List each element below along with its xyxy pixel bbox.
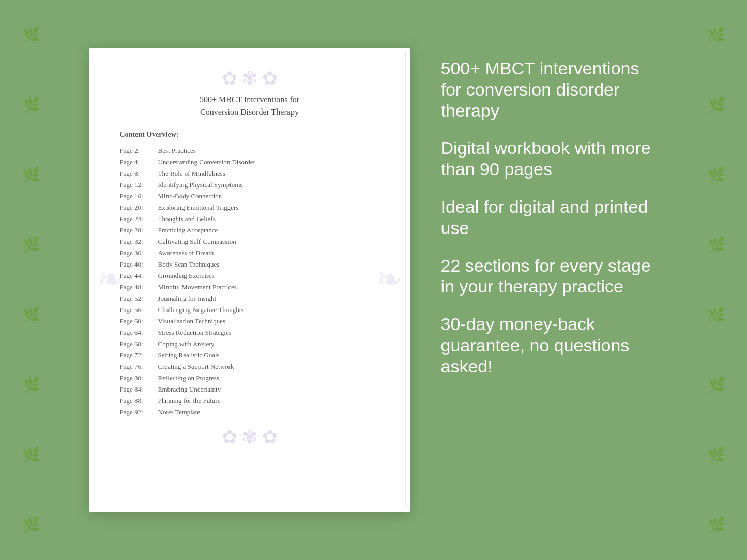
leaf-decoration: 🌿 bbox=[707, 166, 725, 184]
toc-page-number: Page 8: bbox=[120, 169, 156, 178]
toc-page-title: Practicing Acceptance bbox=[158, 226, 218, 235]
toc-item: Page 8:The Role of Mindfulness bbox=[120, 168, 379, 179]
toc-item: Page 2:Best Practices bbox=[120, 145, 379, 157]
toc-item: Page 84:Embracing Uncertainty bbox=[120, 384, 379, 395]
leaf-decoration: 🌿 bbox=[707, 96, 725, 114]
toc-item: Page 52:Journaling for Insight bbox=[120, 293, 379, 304]
leaf-decoration: 🌿 bbox=[707, 236, 725, 254]
leaf-decoration: 🌿 bbox=[707, 376, 725, 394]
info-panel: 500+ MBCT interventions for conversion d… bbox=[441, 48, 658, 377]
document-title: 500+ MBCT Interventions for Conversion D… bbox=[120, 94, 379, 118]
toc-page-number: Page 48: bbox=[120, 283, 156, 291]
toc-item: Page 44:Grounding Exercises bbox=[120, 270, 379, 282]
toc-page-title: Mind-Body Connection bbox=[158, 192, 222, 200]
toc-page-title: Journaling for Insight bbox=[158, 294, 217, 303]
toc-page-title: Notes Template bbox=[158, 408, 201, 416]
document-wrapper: ❧ ❧ ✿ ✾ ✿ 500+ MBCT Interventions for Co… bbox=[89, 48, 410, 512]
info-item: Digital workbook with more than 90 pages bbox=[441, 137, 658, 180]
toc-page-title: Best Practices bbox=[158, 147, 196, 155]
toc-item: Page 36:Awareness of Breath bbox=[120, 247, 379, 259]
toc-page-title: Challenging Negative Thoughts bbox=[158, 306, 244, 314]
toc-item: Page 64:Stress Reduction Strategies bbox=[120, 327, 379, 338]
toc-page-number: Page 44: bbox=[120, 272, 156, 280]
toc-page-number: Page 40: bbox=[120, 260, 156, 269]
leaf-decoration: 🌿 bbox=[707, 306, 725, 324]
toc-item: Page 16:Mind-Body Connection bbox=[120, 191, 379, 202]
document-inner: ❧ ❧ ✿ ✾ ✿ 500+ MBCT Interventions for Co… bbox=[94, 52, 406, 506]
toc-item: Page 72:Setting Realistic Goals bbox=[120, 350, 379, 361]
toc-page-number: Page 16: bbox=[120, 192, 156, 200]
toc-item: Page 60:Visualization Techniques bbox=[120, 316, 379, 327]
info-item: 500+ MBCT interventions for conversion d… bbox=[441, 58, 658, 121]
leaf-decoration: 🌿 bbox=[22, 446, 40, 464]
toc-page-title: Reflecting on Progress bbox=[158, 374, 219, 382]
toc-item: Page 68:Coping with Anxiety bbox=[120, 338, 379, 350]
toc-page-title: Planning for the Future bbox=[158, 397, 221, 405]
doc-side-decoration-right: ❧ bbox=[376, 261, 402, 298]
toc-page-number: Page 20: bbox=[120, 204, 156, 212]
leaf-decoration: 🌿 bbox=[707, 516, 725, 534]
toc-page-title: Thoughts and Beliefs bbox=[158, 215, 216, 223]
toc-page-number: Page 56: bbox=[120, 306, 156, 314]
main-container: ❧ ❧ ✿ ✾ ✿ 500+ MBCT Interventions for Co… bbox=[64, 27, 684, 533]
leaf-decoration: 🌿 bbox=[22, 26, 40, 44]
doc-bottom-decoration: ✿ ✾ ✿ bbox=[120, 426, 379, 448]
content-overview-label: Content Overview: bbox=[120, 131, 379, 139]
leaf-border-right: 🌿 🌿 🌿 🌿 🌿 🌿 🌿 🌿 bbox=[685, 0, 747, 560]
toc-page-number: Page 52: bbox=[120, 294, 156, 303]
toc-page-title: Visualization Techniques bbox=[158, 317, 226, 325]
toc-page-title: Creating a Support Network bbox=[158, 363, 234, 371]
toc-page-number: Page 80: bbox=[120, 374, 156, 382]
toc-page-title: Coping with Anxiety bbox=[158, 340, 215, 348]
toc-item: Page 32:Cultivating Self-Compassion bbox=[120, 236, 379, 247]
info-item: 30-day money-back guarantee, no question… bbox=[441, 314, 658, 377]
toc-page-title: Identifying Physical Symptoms bbox=[158, 181, 243, 189]
toc-item: Page 28:Practicing Acceptance bbox=[120, 225, 379, 236]
toc-item: Page 80:Reflecting on Progress bbox=[120, 372, 379, 384]
leaf-border-left: 🌿 🌿 🌿 🌿 🌿 🌿 🌿 🌿 bbox=[0, 0, 62, 560]
toc-item: Page 48:Mindful Movement Practices bbox=[120, 282, 379, 293]
toc-item: Page 76:Creating a Support Network bbox=[120, 361, 379, 372]
toc-page-number: Page 28: bbox=[120, 226, 156, 235]
toc-page-number: Page 68: bbox=[120, 340, 156, 348]
toc-page-number: Page 4: bbox=[120, 158, 156, 166]
toc-item: Page 92:Notes Template bbox=[120, 407, 379, 418]
toc-item: Page 4:Understanding Conversion Disorder bbox=[120, 157, 379, 168]
toc-page-title: Body Scan Techniques bbox=[158, 260, 220, 269]
toc-page-title: Embracing Uncertainty bbox=[158, 385, 221, 394]
toc-page-number: Page 36: bbox=[120, 249, 156, 257]
toc-page-number: Page 76: bbox=[120, 363, 156, 371]
doc-top-decoration: ✿ ✾ ✿ bbox=[120, 68, 379, 89]
toc-page-number: Page 24: bbox=[120, 215, 156, 223]
toc-page-title: Mindful Movement Practices bbox=[158, 283, 237, 291]
info-item: Ideal for digital and printed use bbox=[441, 196, 658, 239]
toc-page-title: Exploring Emotional Triggers bbox=[158, 204, 239, 212]
toc-page-title: Awareness of Breath bbox=[158, 249, 214, 257]
toc-page-number: Page 64: bbox=[120, 329, 156, 337]
toc-page-number: Page 88: bbox=[120, 397, 156, 405]
toc-item: Page 24:Thoughts and Beliefs bbox=[120, 213, 379, 225]
toc-page-number: Page 84: bbox=[120, 385, 156, 394]
leaf-decoration: 🌿 bbox=[22, 516, 40, 534]
toc-page-title: Understanding Conversion Disorder bbox=[158, 158, 255, 166]
doc-side-decoration-left: ❧ bbox=[97, 261, 123, 298]
toc-page-title: Grounding Exercises bbox=[158, 272, 215, 280]
toc-page-number: Page 2: bbox=[120, 147, 156, 155]
leaf-decoration: 🌿 bbox=[22, 236, 40, 254]
leaf-decoration: 🌿 bbox=[22, 376, 40, 394]
info-item: 22 sections for every stage in your ther… bbox=[441, 255, 658, 298]
table-of-contents: Page 2:Best PracticesPage 4:Understandin… bbox=[120, 145, 379, 418]
toc-page-number: Page 32: bbox=[120, 238, 156, 246]
toc-page-title: Cultivating Self-Compassion bbox=[158, 238, 236, 246]
toc-page-title: Stress Reduction Strategies bbox=[158, 329, 232, 337]
toc-item: Page 56:Challenging Negative Thoughts bbox=[120, 304, 379, 316]
toc-page-number: Page 12: bbox=[120, 181, 156, 189]
toc-item: Page 20:Exploring Emotional Triggers bbox=[120, 202, 379, 213]
toc-page-number: Page 72: bbox=[120, 351, 156, 360]
toc-page-title: Setting Realistic Goals bbox=[158, 351, 220, 360]
toc-page-title: The Role of Mindfulness bbox=[158, 169, 225, 178]
leaf-decoration: 🌿 bbox=[707, 26, 725, 44]
toc-item: Page 12:Identifying Physical Symptoms bbox=[120, 179, 379, 191]
toc-page-number: Page 92: bbox=[120, 408, 156, 416]
toc-page-number: Page 60: bbox=[120, 317, 156, 325]
